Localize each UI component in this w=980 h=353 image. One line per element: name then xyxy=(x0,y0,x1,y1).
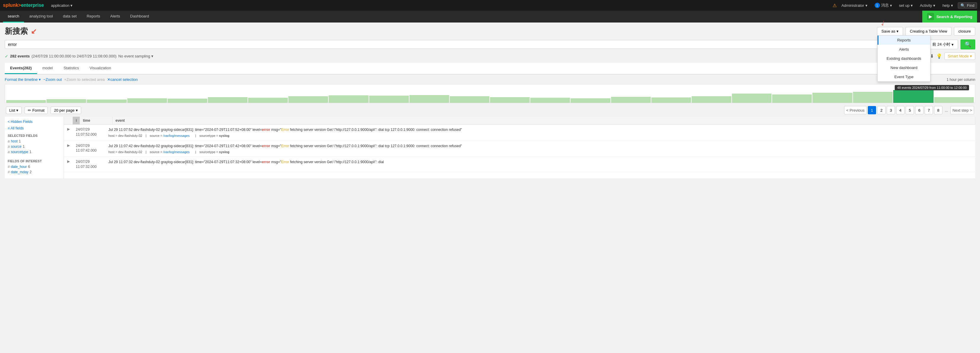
field-date-mday-name: date_mday xyxy=(11,170,29,174)
tab-visualization-label: Visualization xyxy=(89,66,111,70)
table-row: ▶ 24/07/2911:07:32.000 Jul 29 11:07:32 d… xyxy=(64,157,975,172)
list-dropdown-arrow: ▾ xyxy=(16,108,18,113)
tab-model-label: model xyxy=(42,66,53,70)
tab-alerts[interactable]: Alerts xyxy=(105,11,125,22)
list-button[interactable]: List ▾ xyxy=(6,107,22,114)
page-5-label: 5 xyxy=(908,108,911,113)
page-6-button[interactable]: 6 xyxy=(915,106,923,114)
download-icon[interactable]: ⬇ xyxy=(930,53,934,59)
time-range-button[interactable]: 前 24 小时 ▾ xyxy=(928,40,958,49)
tab-analyzing-label: analyzing tool xyxy=(29,14,53,18)
activity-menu[interactable]: Activity ▾ xyxy=(918,2,938,9)
creating-table-view-button[interactable]: Creating a Table View xyxy=(905,27,951,35)
dropdown-item-new-dashboard[interactable]: New dashboard xyxy=(878,63,930,72)
events-table: i time event ▶ 24/07/2911:07:52.000 Jul … xyxy=(64,117,975,178)
timeline-bar xyxy=(611,97,651,103)
expand-button-2[interactable]: ▶ xyxy=(64,141,73,157)
tab-dashboard[interactable]: Dashboard xyxy=(126,11,154,22)
dropdown-item-alerts[interactable]: Alerts xyxy=(878,45,930,54)
event-count: ✓ 282 events (24/07/28 11:00:00.000 to 2… xyxy=(5,54,153,59)
tab-visualization[interactable]: Visualization xyxy=(84,63,116,74)
next-page-button[interactable]: Next step > xyxy=(950,106,974,114)
interest-fields-title: FIELDS OF INTEREST xyxy=(8,159,61,163)
tab-statistics[interactable]: Statistics xyxy=(58,63,84,74)
no-sampling-label[interactable]: No event sampling ▾ xyxy=(118,54,153,58)
search-reporting-icon: ▶ xyxy=(927,13,934,20)
dropdown-item-event-type[interactable]: Event Type xyxy=(878,72,930,81)
page-1-button[interactable]: 1 xyxy=(868,106,876,114)
timeline-left-controls: Format the timeline ▾ −Zoom out +Zoom to… xyxy=(5,77,138,82)
field-date-hour-prefix: # xyxy=(8,165,10,169)
page-3-button[interactable]: 3 xyxy=(887,106,895,114)
field-date-mday[interactable]: # date_mday 2 xyxy=(8,170,61,174)
timeline-bar xyxy=(813,93,852,103)
save-as-container: ↓ Save as ▾ Reports Alerts Existing dash… xyxy=(877,27,903,35)
timeline-bar xyxy=(732,94,772,103)
messages-menu[interactable]: 1 消息 ▾ xyxy=(872,2,894,9)
app-dropdown[interactable]: application ▾ xyxy=(48,2,75,9)
tab-events[interactable]: Events(282) xyxy=(5,63,37,74)
save-as-button[interactable]: Save as ▾ Reports Alerts Existing dashbo… xyxy=(877,27,903,35)
event-meta-2: host = dev-flashduty-02 | source = /var/… xyxy=(108,149,972,154)
format-timeline-arrow: ▾ xyxy=(39,77,41,82)
timeline-chart: 48 events 2024/07/29 from 11:00:00 to 12… xyxy=(5,84,975,103)
table-row: ▶ 24/07/2911:07:52.000 Jul 29 11:07:52 d… xyxy=(64,125,975,141)
administrator-menu[interactable]: Administrator ▾ xyxy=(839,2,870,9)
page-7-label: 7 xyxy=(928,108,930,113)
app-dropdown-arrow: ▾ xyxy=(70,3,73,8)
tab-data-set[interactable]: data set xyxy=(58,11,81,22)
field-date-hour[interactable]: # date_hour 6 xyxy=(8,165,61,169)
field-source[interactable]: a source 1 xyxy=(8,145,61,149)
hidden-fields-button[interactable]: < Hidden Fields xyxy=(8,120,61,124)
logo-enterprise: enterprise xyxy=(21,3,44,8)
timeline-bar xyxy=(369,95,409,103)
error-msg-highlight: Error xyxy=(281,128,289,132)
expand-button-1[interactable]: ▶ xyxy=(64,125,73,141)
prev-page-button[interactable]: < Previous xyxy=(844,106,867,114)
page-2-button[interactable]: 2 xyxy=(877,106,886,114)
help-menu[interactable]: help ▾ xyxy=(940,2,955,9)
format-timeline-label: Format the timeline xyxy=(5,77,38,82)
bulb-icon[interactable]: 💡 xyxy=(936,53,942,59)
page-8-button[interactable]: 8 xyxy=(934,106,942,114)
dropdown-item-reports[interactable]: Reports xyxy=(878,35,930,45)
events-table-header: i time event xyxy=(64,117,975,125)
cancel-selection-button[interactable]: ✕cancel selection xyxy=(107,77,138,82)
event-cell-2: Jul 29 11:07:42 dev-flashduty-02 graylog… xyxy=(105,141,975,157)
check-icon: ✓ xyxy=(5,54,8,59)
page-4-button[interactable]: 4 xyxy=(896,106,905,114)
all-fields-button[interactable]: ≡ All fields xyxy=(8,126,61,130)
page-5-button[interactable]: 5 xyxy=(906,106,914,114)
dropdown-item-existing-dashboards[interactable]: Existing dashboards xyxy=(878,54,930,63)
tab-reports[interactable]: Reports xyxy=(82,11,105,22)
field-host[interactable]: a host 1 xyxy=(8,139,61,143)
field-sourcetype[interactable]: a sourcetype 1 xyxy=(8,150,61,154)
tab-events-label: Events(282) xyxy=(10,66,32,70)
per-page-button[interactable]: 20 per page ▾ xyxy=(51,107,81,114)
admin-dropdown-arrow: ▾ xyxy=(865,3,867,8)
field-date-mday-count: 2 xyxy=(30,170,32,174)
search-button[interactable]: 🔍 xyxy=(961,40,975,49)
messages-dropdown-arrow: ▾ xyxy=(890,3,892,8)
host-val-2: host = dev-flashduty-02 xyxy=(108,150,142,154)
search-reporting-button[interactable]: ▶ Search & Reporting xyxy=(922,11,977,22)
timeline-bar xyxy=(772,94,812,103)
find-box[interactable]: 🔍 Find xyxy=(958,2,977,9)
search-input[interactable] xyxy=(8,42,922,47)
tab-search-label: search xyxy=(8,14,19,18)
closure-button[interactable]: closure xyxy=(954,27,975,35)
setup-menu[interactable]: set up ▾ xyxy=(897,2,915,9)
zoom-area-button[interactable]: +Zoom to selected area xyxy=(64,77,105,82)
smart-mode-button[interactable]: Smart Mode ▾ xyxy=(945,52,975,60)
tab-model[interactable]: model xyxy=(37,63,58,74)
format-button[interactable]: ✏ Format xyxy=(25,107,48,114)
zoom-out-button[interactable]: −Zoom out xyxy=(43,77,62,82)
events-tabs: Events(282) model Statistics Visualizati… xyxy=(5,63,975,74)
expand-button-3[interactable]: ▶ xyxy=(64,157,73,172)
timeline-bar xyxy=(288,96,328,103)
format-timeline-button[interactable]: Format the timeline ▾ xyxy=(5,77,41,82)
tab-search[interactable]: search xyxy=(3,11,24,22)
timeline-bar xyxy=(167,99,207,103)
page-7-button[interactable]: 7 xyxy=(924,106,933,114)
tab-analyzing-tool[interactable]: analyzing tool xyxy=(25,11,58,22)
